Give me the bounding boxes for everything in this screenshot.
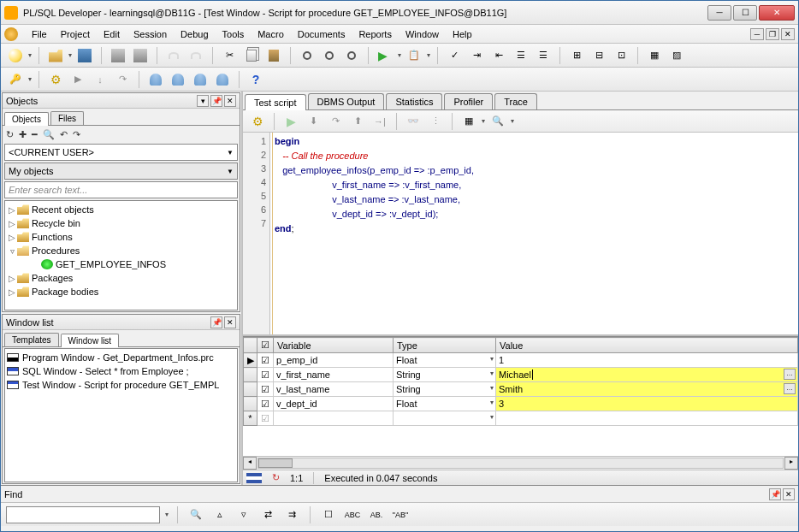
- row-checkbox[interactable]: ☑: [257, 397, 274, 411]
- var-value[interactable]: 3: [496, 397, 798, 411]
- remove-icon[interactable]: ━: [32, 129, 38, 140]
- row-checkbox[interactable]: ☑: [257, 353, 274, 368]
- var-type[interactable]: Float▾: [394, 397, 496, 411]
- list-item[interactable]: Test Window - Script for procedure GET_E…: [7, 378, 235, 392]
- panel-close-icon[interactable]: ✕: [783, 488, 795, 500]
- tab-trace[interactable]: Trace: [494, 93, 537, 109]
- new-button[interactable]: [6, 46, 25, 65]
- var-value[interactable]: 1: [496, 353, 798, 368]
- filter-dropdown[interactable]: My objects ▼: [4, 163, 238, 180]
- find-up-button[interactable]: ▵: [210, 505, 229, 524]
- replace-button[interactable]: [342, 46, 361, 65]
- menu-help[interactable]: Help: [446, 27, 479, 41]
- mdi-restore[interactable]: ❐: [766, 28, 779, 40]
- var-type[interactable]: String▾: [394, 368, 496, 382]
- var-name[interactable]: v_last_name: [274, 382, 394, 397]
- find-input[interactable]: [6, 506, 160, 523]
- redo-button[interactable]: [186, 46, 205, 65]
- panel-pin-icon[interactable]: 📌: [210, 95, 222, 107]
- run-button[interactable]: ▶: [68, 70, 87, 89]
- tab-dbms-output[interactable]: DBMS Output: [308, 93, 385, 109]
- mdi-close[interactable]: ✕: [781, 28, 795, 40]
- menu-project[interactable]: Project: [54, 27, 97, 41]
- watch-button[interactable]: 👓: [404, 112, 423, 131]
- zoom-button[interactable]: 🔍: [488, 112, 507, 131]
- menu-tools[interactable]: Tools: [216, 27, 252, 41]
- run-script-button[interactable]: ⚙: [248, 112, 267, 131]
- db-button-4[interactable]: [213, 70, 232, 89]
- minimize-button[interactable]: ─: [707, 5, 731, 21]
- step-over-button[interactable]: ↷: [113, 70, 132, 89]
- subtab-windowlist[interactable]: Window list: [61, 334, 120, 347]
- whole-word-button[interactable]: AB.: [367, 505, 386, 524]
- menu-session[interactable]: Session: [127, 27, 174, 41]
- var-name[interactable]: v_first_name: [274, 368, 394, 382]
- scroll-thumb[interactable]: [258, 458, 293, 468]
- tab-statistics[interactable]: Statistics: [386, 93, 442, 109]
- panel-close-icon[interactable]: ✕: [224, 316, 236, 328]
- uncomment-button[interactable]: ☰: [534, 46, 553, 65]
- regex-button[interactable]: "AB": [391, 505, 410, 524]
- row-indicator[interactable]: [244, 382, 257, 397]
- window-grid-button[interactable]: ▨: [667, 46, 686, 65]
- scroll-left-icon[interactable]: ◂: [243, 457, 257, 470]
- compile-button[interactable]: ⚙: [46, 70, 65, 89]
- tab-profiler[interactable]: Profiler: [444, 93, 493, 109]
- panel-pin-icon[interactable]: 📌: [210, 316, 222, 328]
- mdi-minimize[interactable]: ─: [750, 28, 764, 40]
- cut-button[interactable]: ✂: [220, 46, 239, 65]
- menu-file[interactable]: File: [25, 27, 54, 41]
- col-type[interactable]: Type: [394, 338, 496, 353]
- find-obj-icon[interactable]: 🔍: [43, 129, 55, 140]
- search-input[interactable]: Enter search text...: [4, 181, 238, 198]
- menu-window[interactable]: Window: [399, 27, 446, 41]
- db-button-3[interactable]: [191, 70, 210, 89]
- row-indicator[interactable]: [244, 368, 257, 382]
- refresh-icon[interactable]: ↻: [6, 129, 14, 140]
- logon-button[interactable]: 🔑: [6, 70, 25, 89]
- expand-button[interactable]: …: [784, 383, 796, 394]
- comment-button[interactable]: ☰: [512, 46, 530, 65]
- subtab-templates[interactable]: Templates: [4, 333, 59, 346]
- window-cascade-button[interactable]: ⊟: [589, 46, 608, 65]
- print-button[interactable]: [109, 46, 127, 65]
- close-button[interactable]: ✕: [759, 5, 795, 21]
- window-arrange-button[interactable]: ⊡: [612, 46, 630, 65]
- menu-documents[interactable]: Documents: [291, 27, 352, 41]
- print-setup-button[interactable]: [131, 46, 150, 65]
- refresh-icon[interactable]: ↻: [272, 472, 280, 483]
- layout-button[interactable]: ▦: [459, 112, 478, 131]
- tab-test-script[interactable]: Test script: [245, 94, 306, 110]
- row-checkbox[interactable]: ☑: [257, 411, 274, 426]
- commit-button[interactable]: ✓: [445, 46, 464, 65]
- panel-menu-icon[interactable]: ▾: [197, 95, 209, 107]
- list-item[interactable]: Program Window - Get_Department_Infos.pr…: [7, 351, 235, 364]
- add-icon[interactable]: ✚: [19, 129, 27, 140]
- col-variable[interactable]: Variable: [274, 338, 394, 353]
- step-button[interactable]: ↓: [91, 70, 109, 89]
- find-down-button[interactable]: ▿: [234, 505, 253, 524]
- replace-button[interactable]: ⇄: [258, 505, 277, 524]
- undo-button[interactable]: [164, 46, 183, 65]
- prev-icon[interactable]: ↶: [60, 129, 68, 140]
- var-name[interactable]: [274, 411, 394, 426]
- panel-close-icon[interactable]: ✕: [224, 95, 236, 107]
- execute-button[interactable]: ▶: [376, 46, 394, 65]
- row-indicator[interactable]: *: [244, 411, 257, 426]
- window-list-button[interactable]: ▦: [645, 46, 664, 65]
- panel-pin-icon[interactable]: 📌: [769, 488, 781, 500]
- replace-all-button[interactable]: ⇉: [282, 505, 301, 524]
- open-button[interactable]: [46, 46, 65, 65]
- var-value[interactable]: Michael…: [496, 368, 798, 382]
- menu-debug[interactable]: Debug: [174, 27, 215, 41]
- find-option-button[interactable]: ☐: [319, 505, 338, 524]
- start-debugger-button[interactable]: ▶: [281, 112, 300, 131]
- code-editor[interactable]: 1234567 begin -- Call the procedure get_…: [243, 133, 798, 336]
- menu-macro[interactable]: Macro: [251, 27, 291, 41]
- row-indicator[interactable]: ▶: [244, 353, 257, 368]
- expand-button[interactable]: …: [784, 369, 796, 380]
- row-checkbox[interactable]: ☑: [257, 382, 274, 397]
- var-value[interactable]: [496, 411, 798, 426]
- match-case-button[interactable]: ABC: [343, 505, 362, 524]
- app-menu-icon[interactable]: [4, 27, 18, 41]
